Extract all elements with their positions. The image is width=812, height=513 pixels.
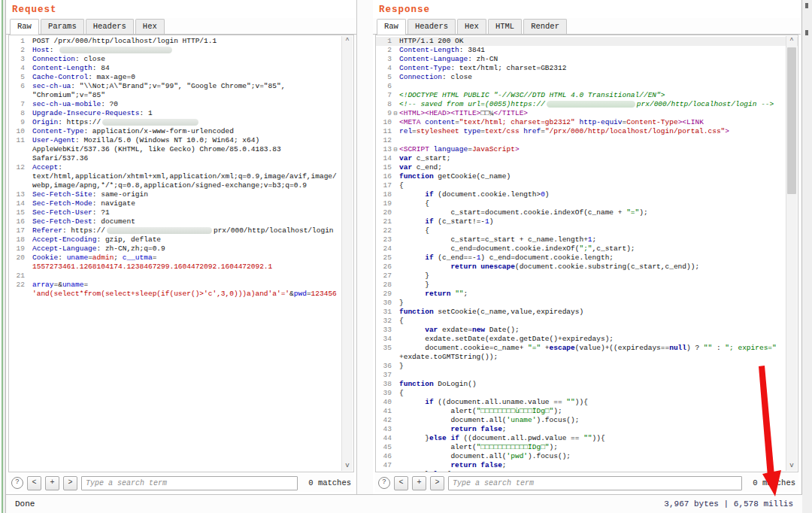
- line-content: <META content="text/html; charset=gb2312…: [399, 118, 785, 127]
- code-line: 47 return false;: [376, 461, 798, 470]
- fold-gutter: [25, 244, 32, 253]
- fold-gutter: [392, 46, 399, 55]
- line-content: exdate.setDate(exdate.getDate()+expireda…: [399, 335, 785, 344]
- fold-collapse-icon[interactable]: ⊟: [392, 145, 399, 154]
- line-number: 34: [376, 335, 392, 344]
- fold-gutter: [25, 226, 32, 235]
- redacted-text: [547, 101, 635, 108]
- line-content: Safari/537.36: [32, 154, 341, 163]
- help-icon[interactable]: ?: [11, 477, 23, 489]
- response-code[interactable]: ^ v 1HTTP/1.1 200 OK2Content-Length: 384…: [375, 35, 798, 472]
- line-number: 23: [376, 235, 392, 244]
- request-tab-hex[interactable]: Hex: [135, 19, 165, 34]
- fold-gutter: [392, 272, 399, 281]
- code-line: +exdate.toGMTString());: [376, 353, 798, 362]
- scrollbar-thumb[interactable]: [787, 47, 796, 194]
- code-line: 14var c_start;: [376, 154, 798, 163]
- line-content: array=&uname=: [32, 281, 341, 290]
- code-line: 20Cookie: uname=admin; c__utma=: [9, 253, 353, 263]
- line-content: <HTML><HEAD><TITLE>□□¼</TITLE>: [399, 109, 785, 118]
- search-add-button[interactable]: +: [412, 476, 426, 490]
- fold-gutter: [392, 82, 399, 91]
- fold-gutter: [25, 118, 32, 127]
- scroll-up-icon[interactable]: ^: [786, 36, 797, 46]
- code-line: 9⊟<HTML><HEAD><TITLE>□□¼</TITLE>: [376, 109, 798, 118]
- scroll-down-icon[interactable]: v: [342, 461, 353, 471]
- fold-gutter: [392, 154, 399, 163]
- line-number: [376, 353, 392, 362]
- fold-gutter: [25, 64, 32, 73]
- fold-gutter: [25, 281, 32, 290]
- help-icon[interactable]: ?: [378, 477, 390, 489]
- line-number: [9, 91, 25, 100]
- fold-gutter: [392, 253, 399, 263]
- line-content: +exdate.toGMTString());: [399, 353, 785, 362]
- line-content: 'and(select*from(select+sleep(if(user()>…: [32, 290, 341, 299]
- search-prev-button[interactable]: <: [27, 476, 41, 490]
- request-code[interactable]: ^ v 1POST /prx/000/http/localhost/login …: [8, 35, 354, 472]
- response-tab-hex[interactable]: Hex: [457, 19, 486, 34]
- response-panel: Response RawHeadersHexHTMLRender ^ v 1HT…: [373, 0, 801, 494]
- request-tab-params[interactable]: Params: [41, 19, 84, 34]
- line-number: 47: [376, 461, 392, 470]
- fold-gutter: [392, 326, 399, 335]
- code-line: 4Content-Length: 84: [9, 64, 353, 73]
- fold-gutter: [392, 335, 399, 344]
- fold-gutter: [392, 461, 399, 470]
- response-tab-raw[interactable]: Raw: [377, 19, 406, 35]
- code-line: 23 c_start=c_start + c_name.length+1;: [376, 235, 798, 244]
- code-line: 48 }else{: [376, 470, 798, 472]
- fold-gutter: [392, 91, 399, 100]
- line-number: 36: [376, 362, 392, 371]
- request-scrollbar[interactable]: ^ v: [341, 36, 353, 471]
- line-content: }: [399, 362, 785, 371]
- line-number: 4: [9, 64, 25, 73]
- line-content: Cookie: uname=admin; c__utma=: [32, 253, 341, 263]
- line-content: Content-Type: text/html; charset=GB2312: [399, 64, 785, 73]
- fold-gutter: [392, 470, 399, 472]
- code-line: 22 {: [376, 226, 798, 235]
- code-line: 1HTTP/1.1 200 OK: [376, 37, 798, 46]
- fold-gutter: [392, 452, 399, 461]
- scroll-up-icon[interactable]: ^: [342, 36, 353, 46]
- fold-gutter: [392, 371, 399, 380]
- line-content: {: [399, 199, 785, 208]
- search-add-button[interactable]: +: [45, 476, 59, 490]
- fold-gutter: [25, 100, 32, 109]
- request-searchbar: ? < + > 0 matches: [8, 474, 354, 492]
- response-tab-render[interactable]: Render: [523, 19, 567, 34]
- line-number: 1: [376, 37, 392, 46]
- fold-gutter: [392, 290, 399, 299]
- line-content: Content-Length: 84: [32, 64, 341, 73]
- request-tab-raw[interactable]: Raw: [10, 19, 39, 35]
- line-number: 12: [9, 163, 25, 172]
- line-number: 9: [376, 109, 392, 118]
- fold-collapse-icon[interactable]: ⊟: [392, 109, 399, 118]
- line-number: 39: [376, 389, 392, 398]
- code-line: 4Content-Type: text/html; charset=GB2312: [376, 64, 798, 73]
- search-next-button[interactable]: >: [430, 476, 444, 490]
- line-number: 25: [376, 253, 392, 263]
- response-tab-html[interactable]: HTML: [488, 19, 522, 34]
- line-number: 48: [376, 470, 392, 472]
- code-line: 12: [376, 136, 798, 145]
- code-line: 2Content-Length: 3841: [376, 46, 798, 55]
- response-scrollbar[interactable]: ^ v: [786, 36, 797, 471]
- line-content: Host:: [32, 46, 341, 55]
- response-tab-headers[interactable]: Headers: [408, 19, 456, 34]
- line-content: [32, 272, 341, 281]
- line-number: 9: [9, 118, 25, 127]
- scroll-down-icon[interactable]: v: [786, 461, 797, 471]
- search-prev-button[interactable]: <: [394, 476, 408, 490]
- search-next-button[interactable]: >: [63, 476, 77, 490]
- fold-gutter: [392, 299, 399, 308]
- line-number: 26: [376, 263, 392, 272]
- fold-gutter: [392, 37, 399, 46]
- request-search-input[interactable]: [81, 476, 298, 490]
- request-tab-headers[interactable]: Headers: [86, 19, 134, 34]
- response-search-input[interactable]: [448, 476, 742, 490]
- code-line: 21: [9, 272, 353, 281]
- fold-gutter: [392, 263, 399, 272]
- code-line: 3Content-Language: zh-CN: [376, 55, 798, 64]
- code-line: AppleWebKit/537.36 (KHTML, like Gecko) C…: [9, 145, 353, 154]
